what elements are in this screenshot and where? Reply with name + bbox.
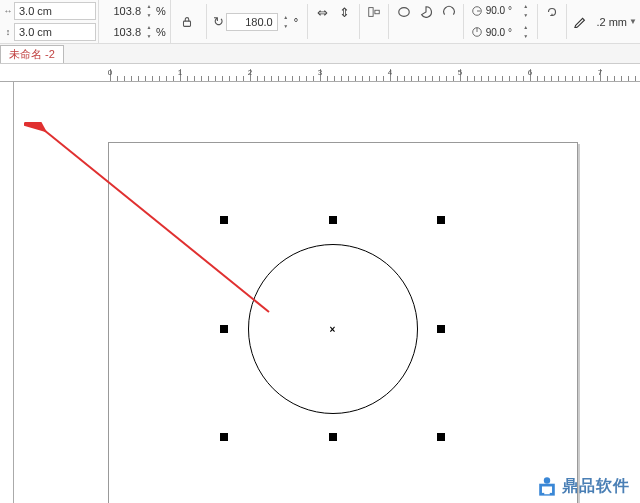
handle-bottom-center[interactable] <box>329 433 337 441</box>
svg-point-3 <box>398 8 409 17</box>
rotation-input[interactable] <box>226 13 278 31</box>
percent-label: % <box>154 26 168 38</box>
ellipse-tool-button[interactable] <box>392 0 414 24</box>
percent-label: % <box>154 5 168 17</box>
watermark-logo-icon <box>536 475 558 497</box>
object-width-input[interactable] <box>14 2 96 20</box>
mirror-vertical-button[interactable]: ⇕ <box>334 0 356 24</box>
outline-width-input[interactable] <box>587 13 627 31</box>
scale-y-spinner[interactable]: ▲▼ <box>144 23 154 41</box>
end-angle-value[interactable]: 90.0 ° <box>484 27 520 38</box>
scale-x-spinner[interactable]: ▲▼ <box>144 2 154 20</box>
degree-label: ° <box>291 16 301 28</box>
handle-bottom-right[interactable] <box>437 433 445 441</box>
lock-ratio-button[interactable] <box>175 10 199 34</box>
center-marker: × <box>330 323 336 334</box>
rotate-icon: ↻ <box>213 14 224 29</box>
align-options-button[interactable] <box>363 0 385 24</box>
document-tab[interactable]: 未命名 -2 <box>0 45 64 63</box>
handle-middle-left[interactable] <box>220 325 228 333</box>
horizontal-ruler[interactable]: 01234567 <box>0 64 640 82</box>
watermark: 鼎品软件 <box>536 475 630 497</box>
svg-rect-0 <box>183 21 190 26</box>
width-icon: ↔ <box>2 6 14 16</box>
svg-point-8 <box>544 477 550 483</box>
canvas-workspace[interactable]: × <box>0 82 640 503</box>
height-icon: ↕ <box>2 27 14 37</box>
scale-x-input[interactable] <box>105 2 143 20</box>
watermark-text: 鼎品软件 <box>562 476 630 497</box>
svg-rect-10 <box>544 488 550 494</box>
document-tab-strip: 未命名 -2 <box>0 44 640 64</box>
scale-y-input[interactable] <box>105 23 143 41</box>
handle-middle-right[interactable] <box>437 325 445 333</box>
pie-tool-button[interactable] <box>415 0 437 24</box>
end-angle-icon <box>470 25 484 39</box>
handle-bottom-left[interactable] <box>220 433 228 441</box>
start-angle-spinner[interactable]: ▲▼ <box>521 2 531 20</box>
vertical-ruler[interactable] <box>0 82 14 503</box>
outline-pen-icon <box>573 14 587 30</box>
handle-top-left[interactable] <box>220 216 228 224</box>
svg-rect-2 <box>375 10 379 14</box>
start-angle-icon <box>470 4 484 18</box>
selection-bounds[interactable]: × <box>220 216 445 441</box>
mirror-horizontal-button[interactable]: ⇔ <box>311 0 333 24</box>
rotation-spinner[interactable]: ▲▼ <box>281 13 291 31</box>
handle-top-right[interactable] <box>437 216 445 224</box>
svg-rect-1 <box>369 8 373 17</box>
direction-button[interactable] <box>541 0 563 24</box>
start-angle-value[interactable]: 90.0 ° <box>484 5 520 16</box>
end-angle-spinner[interactable]: ▲▼ <box>521 23 531 41</box>
object-height-input[interactable] <box>14 23 96 41</box>
handle-top-center[interactable] <box>329 216 337 224</box>
property-toolbar: ↔ ↕ ▲▼ % ▲▼ % ↻ ▲▼ ° ⇔ ⇕ <box>0 0 640 44</box>
arc-tool-button[interactable] <box>437 0 459 24</box>
